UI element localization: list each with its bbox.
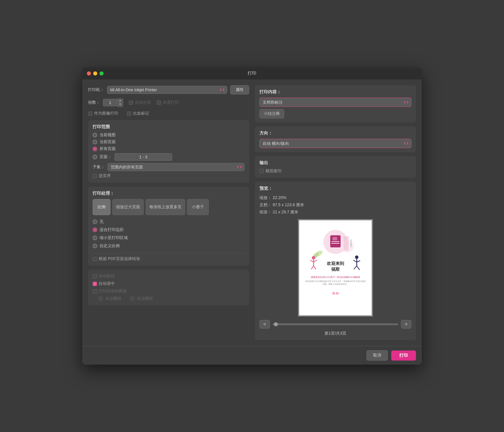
next-page-button[interactable]: > — [401, 320, 411, 329]
image-print-box — [88, 111, 92, 116]
current-view-circle — [93, 133, 97, 137]
current-page-circle — [93, 140, 97, 144]
auto-collate-label: 自动分页 — [135, 100, 151, 105]
current-page-label: 当前页面 — [100, 139, 116, 145]
svg-text:问题，重新工作效率保持活。: 问题，重新工作效率保持活。 — [322, 283, 349, 285]
cancel-button[interactable]: 取消 — [366, 350, 388, 361]
prev-page-button[interactable]: < — [259, 320, 270, 329]
annotation-button[interactable]: 小结注释 — [259, 109, 284, 118]
radio-shrink-label: 缩小至打印区域 — [100, 235, 128, 240]
reverse-order-checkbox[interactable]: 逆页序 — [93, 173, 245, 179]
maximize-button[interactable] — [100, 71, 104, 75]
printer-select-wrapper[interactable]: Mi All-in-One Inkjet Printer ⬆⬇ — [107, 86, 227, 94]
printer-label: 打印机： — [88, 87, 104, 92]
page-slider[interactable] — [273, 323, 398, 325]
page-indicator: 第1页/共3页 — [259, 331, 411, 336]
svg-text:福斯: 福斯 — [331, 267, 340, 272]
preview-svg: JOIN US — [299, 220, 372, 315]
traffic-lights — [87, 71, 104, 75]
reverse-order-label: 逆页序 — [99, 173, 111, 179]
subset-select[interactable]: 范围内的所有页面 — [108, 163, 245, 171]
spinner-arrows[interactable]: ▲ ▼ — [117, 98, 123, 107]
print-dialog: 打印 打印机： Mi All-in-One Inkjet Printer ⬆⬇ … — [82, 67, 422, 365]
properties-button[interactable]: 属性 — [230, 85, 249, 94]
grayscale-label: 灰度打印 — [163, 100, 179, 105]
pages-label: 页面： — [100, 154, 112, 160]
print-both-box — [93, 289, 97, 293]
pages-circle — [93, 155, 97, 159]
radio-none[interactable]: 无 — [93, 219, 245, 224]
close-button[interactable] — [87, 71, 91, 75]
bleed-marks-checkbox[interactable]: 出血标记 — [127, 111, 149, 116]
current-page-radio[interactable]: 当前页面 — [93, 139, 245, 145]
bottom-section: 自动旋转 自动居中 打印纸张的两面 长边翻转 — [88, 270, 249, 305]
auto-rotate-checkbox[interactable]: 自动旋转 — [93, 274, 245, 279]
spinner-up[interactable]: ▲ — [117, 99, 123, 103]
paper-info: 纸张： 21 x 29.7 厘米 — [259, 209, 411, 216]
titlebar: 打印 — [82, 67, 422, 79]
grayscale-checkbox[interactable]: 灰度打印 — [157, 100, 179, 105]
zoom-label: 缩放： — [259, 195, 272, 200]
print-both-label: 打印纸张的两面 — [99, 289, 127, 294]
svg-text:感谢您加全球6.5亿用户一样信任福斯PDF编辑器: 感谢您加全球6.5亿用户一样信任福斯PDF编辑器 — [311, 276, 360, 278]
preview-section: 预览： 缩放： 22.20% 文档： 87.5 x 123.8 厘米 纸张： 2… — [255, 182, 416, 340]
simulate-overprint-label: 模拟套印 — [266, 168, 282, 174]
orientation-select[interactable]: 自动 横向/纵向 — [259, 139, 411, 148]
radio-custom[interactable]: 自定义比例 — [93, 243, 245, 249]
auto-collate-checkbox[interactable]: 自动分页 — [129, 100, 151, 105]
print-content-select[interactable]: 文档和标注 — [259, 98, 411, 107]
subset-select-wrapper[interactable]: 范围内的所有页面 ⬆⬇ — [108, 163, 245, 171]
minimize-button[interactable] — [93, 71, 97, 75]
copies-input[interactable] — [103, 99, 117, 106]
preview-info: 缩放： 22.20% 文档： 87.5 x 123.8 厘米 纸张： 21 x … — [259, 194, 411, 216]
tab-booklet-btn[interactable]: 小册子 — [187, 199, 209, 215]
pdf-paper-label: 根据 PDF页面选择纸张 — [99, 256, 140, 262]
all-pages-label: 所有页面 — [100, 146, 116, 151]
spinner-down[interactable]: ▼ — [117, 103, 123, 107]
window-title: 打印 — [248, 71, 256, 76]
left-panel: 打印机： Mi All-in-One Inkjet Printer ⬆⬇ 属性 … — [88, 85, 249, 340]
long-edge-circle — [98, 296, 103, 301]
svg-rect-4 — [333, 237, 337, 240]
tab-scale-btn[interactable]: 比例 — [93, 199, 110, 215]
auto-center-box — [93, 282, 97, 286]
auto-center-checkbox[interactable]: 自动居中 — [93, 281, 245, 286]
printer-select[interactable]: Mi All-in-One Inkjet Printer — [107, 86, 227, 94]
printer-row: 打印机： Mi All-in-One Inkjet Printer ⬆⬇ 属性 — [88, 85, 249, 94]
print-processing-section: 打印处理： 比例 缩放过大页面 每张纸上放置多页 小册子 无 适合打印边距 — [88, 187, 249, 266]
print-processing-title: 打印处理： — [93, 191, 245, 196]
pages-input[interactable] — [114, 153, 172, 161]
pdf-paper-checkbox[interactable]: 根据 PDF页面选择纸张 — [93, 256, 245, 262]
orientation-select-wrapper[interactable]: 自动 横向/纵向 ⬆⬇ — [259, 139, 411, 148]
slider-thumb[interactable] — [274, 322, 278, 326]
all-pages-radio[interactable]: 所有页面 — [93, 146, 245, 151]
short-edge-radio[interactable]: 短边翻转 — [130, 296, 153, 301]
radio-fit-margin[interactable]: 适合打印边距 — [93, 227, 245, 232]
footer: 取消 打印 — [82, 346, 422, 365]
tab-shrink-btn[interactable]: 缩放过大页面 — [112, 199, 144, 215]
print-range-section: 打印范围 当前视图 当前页面 所有页面 页面： — [88, 120, 249, 183]
current-view-radio[interactable]: 当前视图 — [93, 132, 245, 138]
long-edge-radio[interactable]: 长边翻转 — [98, 296, 121, 301]
svg-point-17 — [355, 255, 358, 259]
svg-text:欢迎来到: 欢迎来到 — [327, 261, 344, 266]
print-both-sides-checkbox[interactable]: 打印纸张的两面 — [93, 289, 245, 294]
copies-row: 份数： ▲ ▼ 自动分页 灰度打印 — [88, 98, 249, 107]
svg-text:»»: »» — [332, 289, 339, 297]
image-print-row: 作为图像打印 出血标记 — [88, 111, 249, 116]
copies-field: 份数： ▲ ▼ — [88, 98, 123, 107]
output-title: 输出 — [259, 160, 411, 166]
tab-multi-btn[interactable]: 每张纸上放置多页 — [146, 199, 185, 215]
svg-text:您知道我们可以帮助您处日常工作生活中，快速解决PDF文档方面: 您知道我们可以帮助您处日常工作生活中，快速解决PDF文档方面的 — [305, 280, 366, 282]
output-section: 输出 模拟套印 — [255, 156, 416, 178]
grayscale-box — [157, 101, 161, 105]
print-button[interactable]: 打印 — [391, 350, 416, 361]
radio-shrink-area[interactable]: 缩小至打印区域 — [93, 235, 245, 240]
radio-fit-circle — [93, 228, 97, 232]
pages-radio[interactable]: 页面： — [93, 154, 112, 160]
preview-title: 预览： — [259, 186, 411, 191]
print-content-select-wrapper[interactable]: 文档和标注 ⬆⬇ — [259, 98, 411, 107]
image-print-checkbox[interactable]: 作为图像打印 — [88, 111, 118, 116]
simulate-overprint-checkbox[interactable]: 模拟套印 — [259, 168, 411, 174]
copies-spinner[interactable]: ▲ ▼ — [103, 98, 123, 107]
